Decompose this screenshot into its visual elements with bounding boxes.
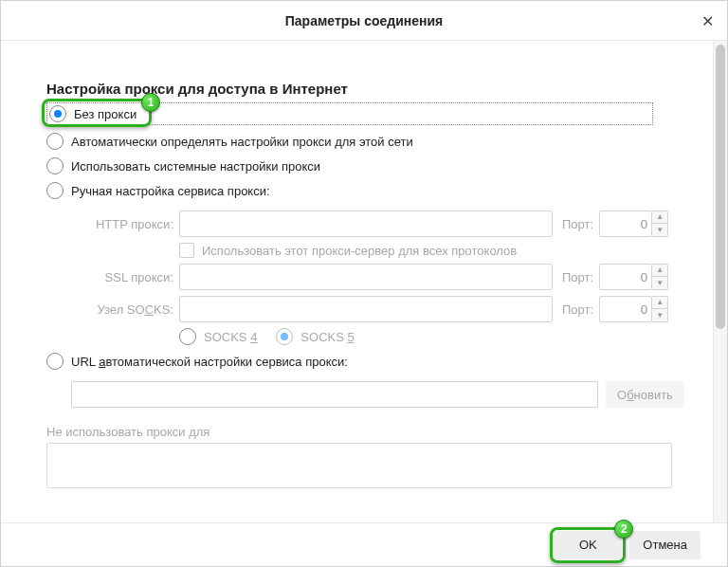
radio-label-auto-detect: Автоматически определять настройки прокс… — [71, 135, 413, 149]
radio-icon — [49, 105, 66, 122]
auto-config-url-input[interactable] — [71, 381, 598, 408]
socks-port-input[interactable] — [599, 296, 652, 322]
dialog-title: Параметры соединения — [285, 13, 444, 28]
ssl-port-wrap: ▲ ▼ — [599, 264, 668, 290]
radio-label-system: Использовать системные настройки прокси — [71, 159, 320, 174]
content: Настройка прокси для доступа в Интернет … — [1, 41, 713, 524]
radio-row-auto-detect[interactable]: Автоматически определять настройки прокс… — [46, 133, 684, 150]
http-port-wrap: ▲ ▼ — [599, 210, 668, 237]
section-heading: Настройка прокси для доступа в Интернет — [46, 81, 684, 97]
radio-socks5[interactable]: SOCKS 5 — [276, 328, 354, 345]
ssl-port-spinner: ▲ ▼ — [652, 264, 668, 290]
auto-url-row: Обновить — [71, 381, 684, 408]
socks-host-label: Узел SOCKS: — [71, 302, 173, 317]
radio-label-manual: Ручная настройка сервиса прокси: — [71, 184, 270, 198]
ssl-proxy-label: SSL прокси: — [71, 270, 173, 284]
spinner-up-icon[interactable]: ▲ — [652, 297, 667, 309]
spinner-up-icon[interactable]: ▲ — [652, 265, 667, 277]
ssl-proxy-row: SSL прокси: Порт: ▲ ▼ — [71, 264, 684, 290]
socks4-label: SOCKS 4 — [204, 330, 257, 344]
radio-row-no-proxy[interactable]: Без прокси 1 — [46, 102, 653, 125]
reload-label: Обновить — [617, 388, 673, 402]
radio-icon — [179, 328, 196, 345]
manual-proxy-fields: HTTP прокси: Порт: ▲ ▼ И — [71, 210, 684, 345]
reload-button[interactable]: Обновить — [606, 381, 684, 408]
noproxy-for-label: Не использовать прокси для — [46, 425, 684, 439]
socks-host-input[interactable] — [179, 296, 553, 322]
scrollbar-track[interactable] — [713, 41, 727, 524]
callout-badge-1: 1 — [141, 93, 160, 112]
callout-badge-2: 2 — [614, 520, 633, 539]
scrollbar-thumb[interactable] — [716, 45, 725, 329]
http-proxy-row: HTTP прокси: Порт: ▲ ▼ — [71, 210, 684, 237]
http-proxy-label: HTTP прокси: — [71, 217, 173, 231]
socks-port-label: Порт: — [562, 302, 593, 317]
ssl-port-label: Порт: — [562, 270, 593, 284]
socks-host-row: Узел SOCKS: Порт: ▲ ▼ — [71, 296, 684, 322]
spinner-up-icon[interactable]: ▲ — [652, 211, 667, 224]
spinner-down-icon[interactable]: ▼ — [652, 224, 667, 236]
use-for-all-label: Использовать этот прокси-сервер для всех… — [202, 244, 517, 258]
spinner-down-icon[interactable]: ▼ — [652, 309, 667, 321]
proxy-mode-radio-group: Без прокси 1 Автоматически определять на… — [46, 102, 684, 408]
radio-icon — [46, 182, 64, 199]
ssl-proxy-input[interactable] — [179, 264, 553, 290]
radio-socks4[interactable]: SOCKS 4 — [179, 328, 257, 345]
dialog-footer: OK 2 Отмена — [1, 522, 727, 566]
radio-icon — [276, 328, 293, 345]
ok-button[interactable]: OK — [554, 531, 622, 559]
checkbox-icon — [179, 243, 194, 258]
radio-icon — [46, 353, 64, 370]
radio-row-system[interactable]: Использовать системные настройки прокси — [46, 157, 684, 174]
http-port-spinner: ▲ ▼ — [652, 210, 668, 237]
close-button[interactable]: ✕ — [701, 12, 714, 30]
radio-icon — [46, 133, 64, 150]
close-icon: ✕ — [701, 13, 714, 29]
socks-version-row: SOCKS 4 SOCKS 5 — [179, 328, 684, 345]
spinner-down-icon[interactable]: ▼ — [652, 277, 667, 289]
radio-row-auto-url[interactable]: URL автоматической настройки сервиса про… — [46, 353, 684, 370]
radio-icon — [46, 157, 64, 174]
http-port-label: Порт: — [562, 217, 593, 231]
radio-row-manual[interactable]: Ручная настройка сервиса прокси: — [46, 182, 684, 199]
ssl-port-input[interactable] — [599, 264, 652, 290]
cancel-button[interactable]: Отмена — [629, 531, 701, 559]
radio-label-no-proxy: Без прокси — [74, 107, 136, 121]
radio-label-auto-url: URL автоматической настройки сервиса про… — [71, 355, 348, 369]
use-for-all-row[interactable]: Использовать этот прокси-сервер для всех… — [179, 243, 684, 258]
socks5-label: SOCKS 5 — [300, 330, 354, 344]
content-wrap: Настройка прокси для доступа в Интернет … — [1, 41, 727, 524]
http-port-input[interactable] — [599, 210, 652, 237]
ok-button-wrap: OK 2 — [554, 531, 622, 559]
socks-port-wrap: ▲ ▼ — [599, 296, 668, 322]
socks-port-spinner: ▲ ▼ — [652, 296, 668, 322]
noproxy-textarea[interactable] — [46, 443, 672, 488]
connection-settings-dialog: Параметры соединения ✕ Настройка прокси … — [0, 0, 728, 567]
http-proxy-input[interactable] — [179, 210, 553, 237]
titlebar: Параметры соединения ✕ — [1, 1, 727, 41]
